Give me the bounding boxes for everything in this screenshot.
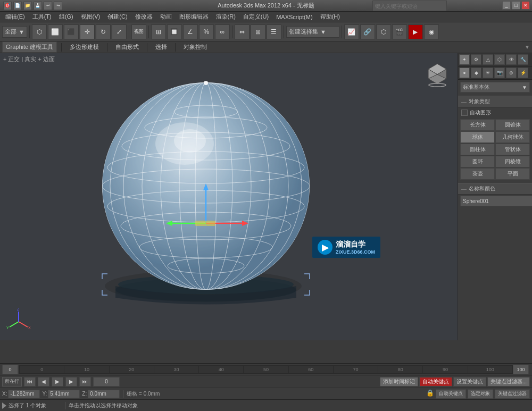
btn-cylinder[interactable]: 圆柱体	[460, 144, 495, 155]
schematic-view-button[interactable]: 🔗	[360, 24, 375, 39]
menu-maxscript[interactable]: MAXScript(M)	[273, 13, 315, 21]
expand-triangle[interactable]	[2, 402, 6, 409]
select-region-button[interactable]: ⬜	[48, 24, 63, 39]
undo-icon[interactable]: ↩	[44, 2, 52, 10]
goto-start-button[interactable]: ⏮	[24, 377, 36, 387]
tab-create[interactable]: ✦	[459, 54, 470, 65]
btn-sphere[interactable]: 球体	[460, 131, 495, 143]
select-move-button[interactable]: ✛	[80, 24, 95, 39]
set-key-button[interactable]: 设置关键点	[453, 377, 486, 387]
timeline-track[interactable]: 0 10 20 30 40 50 60 70 80 90 100	[19, 365, 513, 374]
graphite-tab-freeform[interactable]: 自由形式	[112, 41, 143, 53]
tab-display[interactable]: 👁	[506, 54, 517, 65]
menu-render[interactable]: 渲染(R)	[213, 12, 239, 22]
material-editor-button[interactable]: ⬡	[376, 24, 391, 39]
tab-hierarchy[interactable]: △	[483, 54, 493, 65]
btn-box[interactable]: 长方体	[460, 119, 495, 131]
graphite-label[interactable]: Graphite 建模工具	[2, 41, 57, 53]
menu-modifiers[interactable]: 修改器	[132, 12, 156, 22]
window-crossing-button[interactable]: ⬛	[64, 24, 79, 39]
play-button[interactable]: ▶	[52, 377, 63, 387]
subtab-geo[interactable]: ●	[459, 68, 470, 78]
pivot-button[interactable]: ⊞	[151, 24, 166, 39]
prev-frame-button[interactable]: ◀	[38, 377, 49, 387]
render-setup-button[interactable]: 🎬	[392, 24, 407, 39]
tab-utilities[interactable]: 🔧	[518, 54, 528, 65]
viewcube[interactable]	[423, 58, 452, 88]
timeline-start-frame[interactable]: 0	[2, 365, 18, 374]
timeline-end-frame[interactable]: 100	[513, 365, 529, 374]
add-key-button[interactable]: 添加时间标记	[380, 377, 418, 387]
spinner-snap-button[interactable]: ∞	[215, 24, 230, 39]
auto-key-button[interactable]: 自动关键点	[419, 377, 452, 387]
minimize-button[interactable]: _	[502, 1, 511, 10]
layer-manager-button[interactable]: ☰	[267, 24, 281, 39]
subtab-spacewarps[interactable]: ⚡	[518, 68, 528, 78]
active-shade-button[interactable]: ◉	[424, 24, 439, 39]
coord-z-input[interactable]	[88, 390, 120, 398]
menu-tools[interactable]: 工具(T)	[29, 12, 55, 22]
subtab-shapes[interactable]: ◆	[471, 68, 481, 78]
save-icon[interactable]: 💾	[34, 2, 42, 10]
mirror-button[interactable]: ⇔	[235, 24, 250, 39]
menu-create[interactable]: 创建(C)	[104, 12, 130, 22]
viewport-3d[interactable]: + 正交 | 真实 + 边面 X Y Z	[0, 53, 458, 340]
search-input[interactable]	[372, 1, 447, 11]
filter-button[interactable]: 关键点过滤器	[495, 389, 530, 399]
timeline-bar[interactable]: 0 0 10 20 30 40 50 60 70 80 90 100 100	[0, 363, 532, 375]
btn-tube[interactable]: 管状体	[495, 144, 530, 155]
menu-animation[interactable]: 动画	[157, 12, 175, 22]
autosmooth-checkbox[interactable]	[461, 110, 468, 116]
graphite-tab-object-paint[interactable]: 对象控制	[180, 41, 211, 53]
tab-motion[interactable]: ⬡	[494, 54, 505, 65]
btn-teapot[interactable]: 茶壶	[460, 168, 495, 180]
maximize-button[interactable]: □	[512, 1, 520, 10]
goto-end-button[interactable]: ⏭	[79, 377, 91, 387]
reference-coord-button[interactable]: 视图	[131, 24, 146, 39]
new-icon[interactable]: 📄	[13, 2, 22, 10]
toolbar-separator-2	[129, 26, 129, 38]
coord-y-input[interactable]	[48, 390, 80, 398]
object-name-input[interactable]	[460, 196, 532, 206]
category-dropdown[interactable]: 标准基本体 ▼	[460, 82, 530, 93]
graphite-tab-polygon[interactable]: 多边形建模	[66, 41, 103, 53]
filter-dropdown[interactable]: 全部 ▼	[2, 26, 27, 38]
btn-geosphere[interactable]: 几何球体	[495, 131, 530, 143]
coord-x-input[interactable]	[8, 390, 40, 398]
next-frame-button[interactable]: ▶	[65, 377, 77, 387]
redo-icon[interactable]: ↪	[54, 2, 62, 10]
menu-help[interactable]: 帮助(H)	[317, 12, 343, 22]
frame-number-input[interactable]	[93, 377, 120, 387]
menu-graph-editor[interactable]: 图形编辑器	[176, 12, 212, 22]
curve-editor-button[interactable]: 📈	[344, 24, 359, 39]
right-panel: ✦ ⚙ △ ⬡ 👁 🔧 ● ◆ ☀ 📷 ⊕ ⚡ 标准基本体 ▼ 对象类型 自动图…	[458, 53, 532, 340]
align-button[interactable]: ⊞	[251, 24, 265, 39]
menu-group[interactable]: 组(G)	[56, 12, 77, 22]
snap-toggle-button[interactable]: 🔲	[167, 24, 182, 39]
key-filter-button[interactable]: 关键点过滤器...	[487, 377, 530, 387]
btn-plane[interactable]: 平面	[495, 168, 530, 180]
rotate-button[interactable]: ↻	[96, 24, 111, 39]
animate-button[interactable]: 选定对象	[468, 389, 493, 399]
render-button[interactable]: ▶	[408, 24, 423, 39]
menu-edit[interactable]: 编辑(E)	[2, 12, 28, 22]
build-select-dropdown[interactable]: 创建选择集 ▼	[286, 26, 339, 38]
btn-torus[interactable]: 圆环	[460, 156, 495, 167]
subtab-helpers[interactable]: ⊕	[506, 68, 517, 78]
menu-view[interactable]: 视图(V)	[78, 12, 104, 22]
open-icon[interactable]: 📁	[23, 2, 32, 10]
close-button[interactable]: ✕	[521, 1, 530, 10]
menu-customize[interactable]: 自定义(U)	[240, 12, 272, 22]
subtab-lights[interactable]: ☀	[483, 68, 493, 78]
subtab-cameras[interactable]: 📷	[494, 68, 505, 78]
scale-button[interactable]: ⤢	[112, 24, 127, 39]
auto-key-small-button[interactable]: 自动关键点	[436, 389, 466, 399]
btn-cone[interactable]: 圆锥体	[495, 119, 530, 131]
tab-modify[interactable]: ⚙	[471, 54, 481, 65]
angle-snap-button[interactable]: ∠	[183, 24, 198, 39]
percent-snap-button[interactable]: %	[199, 24, 214, 39]
graphite-tab-select[interactable]: 选择	[152, 41, 171, 53]
name-color-header: 名称和颜色	[458, 183, 532, 195]
btn-pyramid[interactable]: 四棱锥	[495, 156, 530, 167]
select-object-button[interactable]: ⬡	[32, 24, 47, 39]
